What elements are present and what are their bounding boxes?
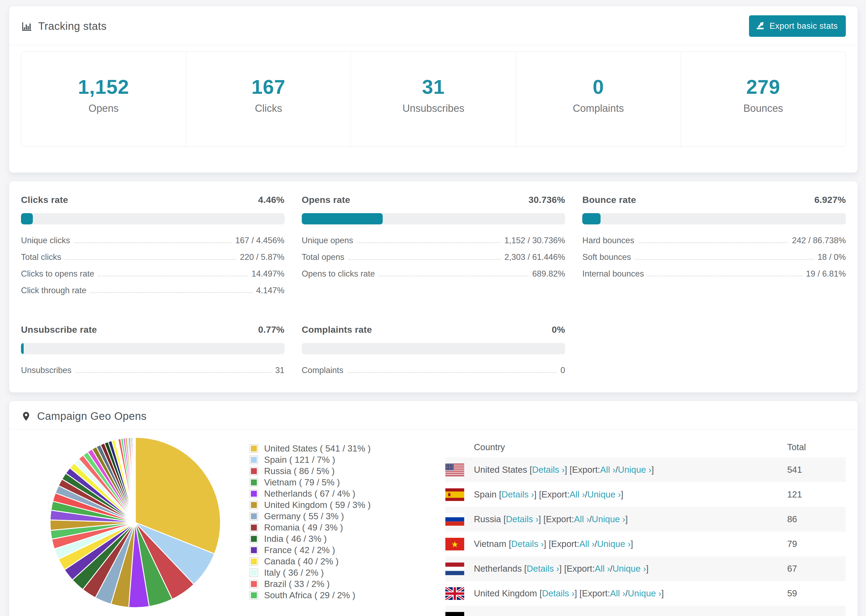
rate-row-value: 0 xyxy=(561,366,565,375)
details-link[interactable]: Details › xyxy=(506,514,538,524)
table-header: Country Total xyxy=(446,437,846,457)
table-row-united-states: United States [Details ›] [Export: All ›… xyxy=(446,457,846,482)
rate-row-value: 19 / 6.81% xyxy=(806,269,846,279)
rate-rows: Hard bounces242 / 86.738%Soft bounces18 … xyxy=(582,236,846,279)
export-button-label: Export basic stats xyxy=(770,21,838,31)
export-unique-link[interactable]: Unique › xyxy=(628,588,661,599)
export-icon xyxy=(756,20,765,32)
country-name: United States xyxy=(474,465,529,475)
separator: / xyxy=(585,489,587,500)
legend-item: Canada ( 40 / 2% ) xyxy=(250,556,446,567)
export-unique-link[interactable]: Unique › xyxy=(587,489,621,500)
export-all-link[interactable]: All › xyxy=(595,564,610,574)
geo-header: Campaign Geo Opens xyxy=(9,401,858,429)
legend-label: Brazil ( 33 / 2% ) xyxy=(264,579,330,589)
separator: / xyxy=(589,514,592,524)
dotted-leader xyxy=(638,242,788,243)
rate-row-value: 18 / 0% xyxy=(817,252,846,262)
legend-swatch xyxy=(250,580,258,588)
rate-row-value: 167 / 4.456% xyxy=(235,236,285,245)
country-cell: Russia [Details ›] [Export: All › / Uniq… xyxy=(446,513,787,526)
legend-item: Romania ( 49 / 3% ) xyxy=(250,522,446,533)
dotted-leader xyxy=(357,242,501,243)
export-all-link[interactable]: All › xyxy=(574,514,589,524)
rate-row-value: 220 / 5.87% xyxy=(240,252,284,262)
table-row-united-kingdom: United Kingdom [Details ›] [Export: All … xyxy=(446,581,846,606)
legend-swatch xyxy=(250,444,258,453)
map-pin-icon xyxy=(21,411,31,421)
rate-row-label: Unique opens xyxy=(302,236,353,245)
legend-item: Russia ( 86 / 5% ) xyxy=(250,465,446,477)
details-link[interactable]: Details › xyxy=(542,588,575,599)
rate-row-label: Unsubscribes xyxy=(21,366,72,375)
bracket: ] xyxy=(625,514,628,524)
export-unique-link[interactable]: Unique › xyxy=(597,539,631,549)
legend-swatch xyxy=(250,534,258,543)
rate-value: 30.736% xyxy=(529,195,565,205)
rate-title: Bounce rate xyxy=(582,195,636,205)
rate-row-label: Soft bounces xyxy=(582,252,631,262)
export-unique-link[interactable]: Unique › xyxy=(618,465,652,475)
rate-row: Soft bounces18 / 0% xyxy=(582,252,846,262)
rate-row-label: Opens to clicks rate xyxy=(302,269,375,279)
nl-flag-icon xyxy=(446,563,464,575)
details-link[interactable]: Details › xyxy=(527,564,559,574)
legend-item: Brazil ( 33 / 2% ) xyxy=(250,578,446,590)
dotted-leader xyxy=(648,276,802,276)
export-all-link[interactable]: All › xyxy=(610,588,625,599)
legend-label: Germany ( 55 / 3% ) xyxy=(264,511,344,522)
legend-label: United Kingdom ( 59 / 3% ) xyxy=(264,500,371,510)
total-cell: 79 xyxy=(787,539,846,549)
dotted-leader xyxy=(98,276,248,276)
bracket: [ xyxy=(529,465,532,475)
rate-row-value: 31 xyxy=(275,366,284,375)
bar-chart-icon xyxy=(21,20,32,32)
stats-strip: 1,152Opens167Clicks31Unsubscribes0Compla… xyxy=(21,52,846,147)
export-all-link[interactable]: All › xyxy=(570,489,585,500)
bracket: [ xyxy=(509,539,511,549)
rate-head: Bounce rate6.927% xyxy=(582,195,846,205)
legend-item: India ( 46 / 3% ) xyxy=(250,533,446,545)
stat-value: 279 xyxy=(681,75,846,98)
separator: / xyxy=(595,539,597,549)
rate-row-label: Total opens xyxy=(302,252,345,262)
rate-progress-bar xyxy=(582,213,846,225)
rate-head: Complaints rate0% xyxy=(302,324,565,335)
rate-progress-bar xyxy=(21,213,285,225)
stat-label: Clicks xyxy=(186,103,351,114)
bracket: ] xyxy=(651,465,654,475)
bracket: ] [Export: xyxy=(565,465,600,475)
legend-label: Canada ( 40 / 2% ) xyxy=(264,556,339,567)
bracket: ] [Export: xyxy=(559,564,595,574)
rate-progress-bar xyxy=(302,213,565,225)
details-link[interactable]: Details › xyxy=(502,489,534,500)
rate-row: Hard bounces242 / 86.738% xyxy=(582,236,846,245)
legend-label: Spain ( 121 / 7% ) xyxy=(264,455,335,465)
details-link[interactable]: Details › xyxy=(532,465,565,475)
rate-block-opens: Opens rate30.736%Unique opens1,152 / 30.… xyxy=(302,195,565,295)
tracking-stats-title: Tracking stats xyxy=(21,20,107,32)
bracket: [ xyxy=(524,564,527,574)
rate-row-label: Total clicks xyxy=(21,252,61,262)
geo-pie-legend: United States ( 541 / 31% )Spain ( 121 /… xyxy=(250,443,446,601)
export-unique-link[interactable]: Unique › xyxy=(592,514,625,524)
rate-row: Clicks to opens rate14.497% xyxy=(21,269,285,279)
legend-swatch xyxy=(250,467,258,475)
rate-head: Clicks rate4.46% xyxy=(21,195,285,205)
details-link[interactable]: Details › xyxy=(511,539,544,549)
rate-row-value: 2,303 / 61.446% xyxy=(505,252,565,262)
rate-progress-fill xyxy=(582,213,601,225)
country-name: Spain xyxy=(474,489,499,500)
country-cell: Netherlands [Details ›] [Export: All › /… xyxy=(446,563,787,575)
legend-swatch xyxy=(250,523,258,532)
dotted-leader xyxy=(75,372,271,373)
total-cell: 86 xyxy=(787,514,846,524)
rate-row: Complaints0 xyxy=(302,366,565,375)
export-unique-link[interactable]: Unique › xyxy=(612,564,646,574)
stat-label: Opens xyxy=(21,103,186,114)
export-basic-stats-button[interactable]: Export basic stats xyxy=(749,15,846,37)
legend-swatch xyxy=(250,569,258,577)
bracket: ] xyxy=(661,588,664,599)
export-all-link[interactable]: All › xyxy=(600,465,616,475)
export-all-link[interactable]: All › xyxy=(579,539,595,549)
